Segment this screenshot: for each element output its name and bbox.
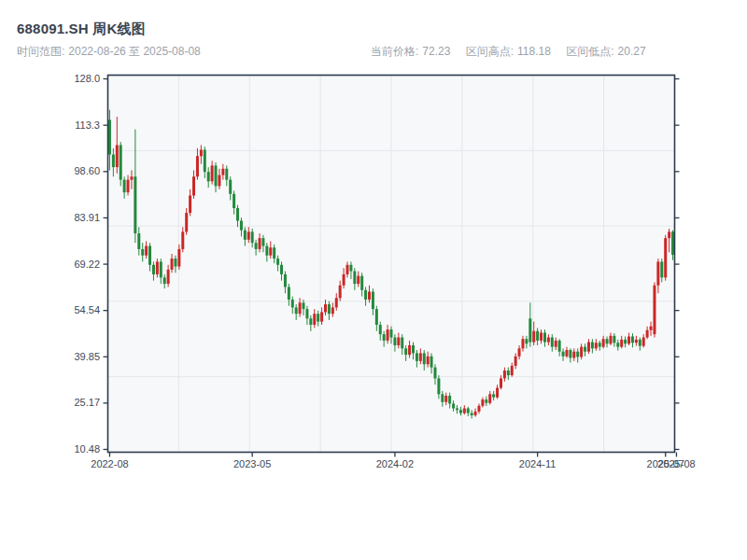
candle-body bbox=[606, 339, 609, 343]
candle-body bbox=[613, 336, 615, 343]
candle-body bbox=[360, 276, 363, 290]
candle-body bbox=[123, 180, 126, 193]
candle-body bbox=[171, 259, 174, 270]
candle-body bbox=[459, 410, 462, 413]
candle-body bbox=[639, 340, 641, 346]
candle-body bbox=[664, 238, 667, 277]
candle-body bbox=[532, 331, 535, 343]
candle-body bbox=[357, 276, 359, 284]
candle-body bbox=[141, 249, 144, 256]
candle-body bbox=[328, 304, 331, 314]
candle-body bbox=[521, 339, 524, 348]
candle-body bbox=[485, 399, 487, 403]
candle-body bbox=[595, 343, 598, 348]
candle-body bbox=[280, 265, 283, 274]
candle-body bbox=[587, 343, 590, 352]
candle-body bbox=[127, 180, 130, 193]
candle-body bbox=[599, 343, 601, 346]
candle-body bbox=[236, 208, 239, 221]
candle-body bbox=[324, 304, 327, 312]
candle-body bbox=[335, 298, 338, 307]
candle-body bbox=[160, 261, 162, 277]
candle-body bbox=[181, 231, 184, 249]
candle-body bbox=[624, 340, 627, 343]
candle-body bbox=[390, 329, 393, 337]
candle-body bbox=[444, 396, 447, 402]
candle-body bbox=[423, 353, 426, 364]
candle-body bbox=[602, 339, 605, 346]
candle-body bbox=[620, 340, 623, 347]
candle-body bbox=[503, 371, 506, 378]
candle-body bbox=[430, 357, 433, 368]
y-axis-label: 39.85 bbox=[74, 351, 100, 362]
y-axis-label: 69.22 bbox=[74, 259, 100, 270]
candle-body bbox=[185, 213, 188, 231]
candle-body bbox=[507, 371, 510, 375]
candle-body bbox=[543, 332, 546, 342]
candle-body bbox=[471, 413, 473, 415]
candle-body bbox=[130, 176, 133, 179]
candle-body bbox=[233, 194, 235, 208]
candle-body bbox=[656, 261, 659, 285]
candle-body bbox=[218, 175, 220, 187]
candle-body bbox=[540, 332, 543, 340]
candle-body bbox=[313, 314, 316, 325]
candle-body bbox=[204, 150, 206, 173]
candle-body bbox=[163, 277, 166, 284]
candle-body bbox=[467, 409, 470, 413]
candle-body bbox=[558, 341, 561, 352]
candle-body bbox=[152, 265, 155, 274]
candle-body bbox=[547, 338, 550, 343]
candle-body bbox=[500, 378, 502, 387]
candle-body bbox=[339, 286, 342, 299]
candle-body bbox=[295, 307, 298, 314]
candle-body bbox=[642, 338, 645, 346]
y-axis-label: 98.60 bbox=[74, 165, 100, 176]
candle-body bbox=[145, 246, 148, 256]
candle-body bbox=[108, 119, 111, 154]
candle-body bbox=[372, 292, 374, 310]
candle-body bbox=[137, 233, 140, 249]
candle-body bbox=[156, 261, 159, 274]
candle-body bbox=[562, 352, 565, 357]
y-axis-label: 25.17 bbox=[74, 397, 100, 408]
candle-body bbox=[112, 155, 115, 168]
candle-body bbox=[668, 231, 670, 238]
candle-body bbox=[288, 287, 290, 300]
y-axis-label: 10.48 bbox=[74, 443, 100, 455]
candle-body bbox=[177, 249, 180, 267]
candle-body bbox=[463, 409, 466, 413]
candle-body bbox=[397, 338, 400, 345]
candle-body bbox=[148, 246, 151, 265]
candle-body bbox=[331, 307, 334, 314]
candle-body bbox=[167, 270, 170, 284]
candle-body bbox=[240, 221, 243, 231]
candle-body bbox=[261, 238, 264, 245]
kline-page: { "header": { "title": "688091.SH 周K线图",… bbox=[0, 0, 747, 560]
candle-body bbox=[247, 231, 250, 239]
candle-body bbox=[221, 169, 224, 175]
candle-body bbox=[416, 353, 418, 360]
candle-body bbox=[518, 348, 521, 356]
x-axis-label: 2024-11 bbox=[519, 458, 557, 469]
candle-body bbox=[225, 169, 228, 180]
candle-body bbox=[116, 145, 119, 167]
candle-body bbox=[492, 394, 495, 397]
candle-body bbox=[273, 247, 275, 259]
candle-body bbox=[565, 350, 568, 357]
x-axis-label: 2025-08 bbox=[657, 458, 695, 469]
candle-body bbox=[496, 388, 499, 398]
kline-chart: 128.0113.398.6083.9169.2254.5439.8525.17… bbox=[0, 0, 747, 560]
candle-body bbox=[584, 347, 586, 352]
candle-body bbox=[653, 286, 655, 334]
candle-body bbox=[259, 238, 261, 249]
candle-body bbox=[174, 259, 176, 266]
candle-body bbox=[269, 247, 272, 255]
candle-body bbox=[353, 272, 356, 285]
candle-body bbox=[536, 331, 539, 341]
candle-body bbox=[346, 265, 349, 274]
candle-body bbox=[134, 176, 136, 233]
candle-body bbox=[309, 318, 312, 325]
candle-body bbox=[192, 176, 195, 195]
candle-body bbox=[635, 340, 638, 343]
